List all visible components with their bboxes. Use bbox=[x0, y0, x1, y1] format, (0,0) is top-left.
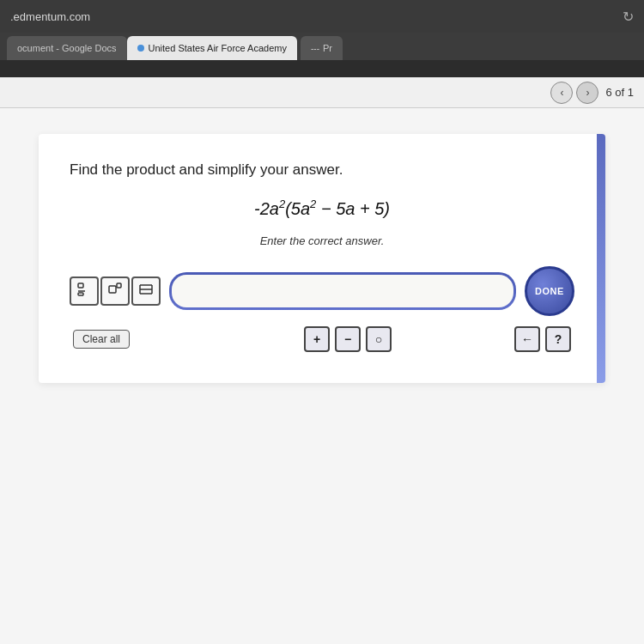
clear-all-button[interactable]: Clear all bbox=[73, 330, 130, 349]
tab-pr[interactable]: --- Pr bbox=[301, 36, 343, 60]
help-button[interactable]: ? bbox=[545, 326, 571, 352]
svg-rect-3 bbox=[109, 286, 116, 293]
bottom-right: ← ? bbox=[514, 326, 571, 352]
exponent-icon bbox=[107, 282, 123, 300]
minus-button[interactable]: − bbox=[335, 326, 361, 352]
address-bar: .edmentum.com ↻ bbox=[0, 0, 644, 33]
tab-label: ocument - Google Docs bbox=[17, 43, 117, 53]
toolbar-btn-1[interactable] bbox=[70, 276, 99, 306]
done-button[interactable]: DONE bbox=[525, 266, 574, 316]
browser-chrome: .edmentum.com ↻ ocument - Google Docs Un… bbox=[0, 0, 644, 77]
circle-icon: ○ bbox=[375, 332, 382, 346]
tab-dot-icon bbox=[137, 45, 144, 52]
svg-rect-4 bbox=[117, 283, 121, 288]
nav-arrows: ‹ › bbox=[550, 82, 598, 104]
math-expression: -2a2(5a2 − 5a + 5) bbox=[70, 197, 574, 219]
back-arrow-icon: ← bbox=[521, 332, 533, 346]
bottom-center: + − ○ bbox=[304, 326, 392, 352]
tabs-bar: ocument - Google Docs United States Air … bbox=[0, 33, 644, 60]
question-mark-icon: ? bbox=[555, 332, 562, 346]
side-bar-indicator bbox=[597, 134, 605, 383]
circle-button[interactable]: ○ bbox=[366, 326, 392, 352]
math-toolbar bbox=[70, 276, 161, 306]
tab-usafa[interactable]: United States Air Force Academy bbox=[127, 36, 297, 60]
nav-bar: ‹ › 6 of 1 bbox=[0, 77, 644, 108]
answer-area: DONE bbox=[70, 266, 574, 316]
toolbar-btn-3[interactable] bbox=[131, 276, 161, 306]
svg-rect-2 bbox=[78, 293, 83, 295]
prev-arrow-button[interactable]: ‹ bbox=[550, 82, 573, 104]
bottom-toolbar: Clear all + − ○ ← ? bbox=[70, 326, 574, 352]
page-counter: 6 of 1 bbox=[605, 86, 634, 99]
question-card: Find the product and simplify your answe… bbox=[39, 134, 605, 383]
minus-icon: − bbox=[344, 332, 351, 346]
matrix-icon bbox=[138, 282, 154, 300]
chevron-right-icon: › bbox=[586, 87, 589, 99]
tab-dashes-icon: --- bbox=[311, 44, 319, 53]
done-label: DONE bbox=[535, 286, 564, 296]
tab-google-docs[interactable]: ocument - Google Docs bbox=[7, 36, 127, 60]
answer-input[interactable] bbox=[172, 275, 513, 307]
svg-rect-0 bbox=[78, 283, 83, 288]
clear-all-label: Clear all bbox=[82, 333, 120, 345]
question-instruction: Find the product and simplify your answe… bbox=[70, 161, 574, 179]
bottom-left: Clear all bbox=[73, 330, 130, 349]
toolbar-btn-2[interactable] bbox=[100, 276, 130, 306]
fraction-icon bbox=[76, 282, 92, 300]
refresh-icon[interactable]: ↻ bbox=[623, 9, 634, 25]
tab-label: United States Air Force Academy bbox=[149, 43, 287, 53]
answer-input-wrapper bbox=[169, 272, 516, 310]
plus-button[interactable]: + bbox=[304, 326, 330, 352]
next-arrow-button[interactable]: › bbox=[576, 82, 598, 104]
back-button[interactable]: ← bbox=[514, 326, 540, 352]
address-text: .edmentum.com bbox=[10, 10, 616, 23]
main-content: Find the product and simplify your answe… bbox=[0, 108, 644, 644]
chevron-left-icon: ‹ bbox=[560, 87, 563, 99]
plus-icon: + bbox=[313, 332, 320, 346]
entry-instruction: Enter the correct answer. bbox=[70, 234, 574, 247]
tab-label: Pr bbox=[323, 43, 332, 53]
